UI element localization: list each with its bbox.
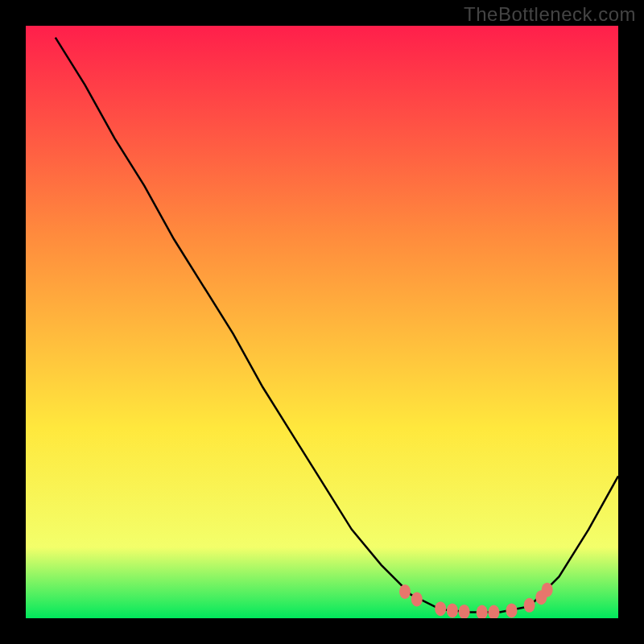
chart-svg	[26, 26, 618, 618]
dot	[524, 598, 535, 613]
chart-container: TheBottleneck.com	[0, 0, 644, 644]
gradient-background	[26, 26, 618, 618]
dot	[399, 584, 411, 599]
dot	[506, 603, 518, 617]
dot	[411, 592, 423, 606]
dot	[542, 583, 553, 597]
plot-area	[26, 26, 618, 618]
dot	[435, 601, 446, 616]
watermark-text: TheBottleneck.com	[464, 3, 636, 26]
dot	[447, 603, 458, 617]
